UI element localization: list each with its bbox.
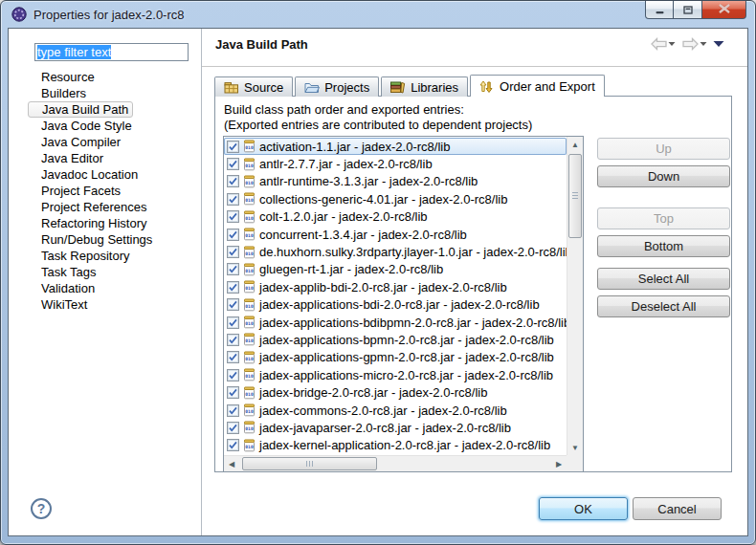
- svg-text:010: 010: [245, 374, 254, 379]
- sidebar-item-task-tags[interactable]: Task Tags: [28, 264, 198, 280]
- entry-row[interactable]: 010jadex-kernel-application-2.0-rc8.jar …: [224, 437, 567, 454]
- svg-text:010: 010: [245, 233, 254, 238]
- forward-icon[interactable]: [681, 37, 700, 51]
- entry-checkbox[interactable]: [227, 316, 239, 329]
- header-divider: [202, 66, 747, 67]
- scroll-right-icon[interactable]: ▶: [551, 456, 567, 471]
- maximize-button[interactable]: [674, 1, 702, 19]
- close-button[interactable]: [702, 1, 746, 19]
- entry-checkbox[interactable]: [227, 158, 239, 170]
- scroll-left-icon[interactable]: ◀: [224, 456, 239, 471]
- sidebar-item-java-editor[interactable]: Java Editor: [28, 150, 198, 166]
- sidebar-item-project-references[interactable]: Project References: [28, 199, 198, 215]
- view-menu-icon[interactable]: [713, 40, 724, 48]
- down-button[interactable]: Down: [597, 165, 730, 187]
- entry-checkbox[interactable]: [227, 246, 239, 258]
- entry-row[interactable]: 010jadex-applications-bpmn-2.0-rc8.jar -…: [224, 331, 567, 348]
- entry-row[interactable]: 010colt-1.2.0.jar - jadex-2.0-rc8/lib: [224, 208, 567, 226]
- entry-checkbox[interactable]: [227, 175, 239, 187]
- deselect-all-button[interactable]: Deselect All: [597, 295, 730, 317]
- entry-checkbox[interactable]: [227, 422, 239, 434]
- vertical-scrollbar[interactable]: ▲ ▼: [567, 137, 583, 455]
- bottom-button[interactable]: Bottom: [597, 235, 730, 257]
- svg-text:010: 010: [245, 251, 254, 256]
- entry-row[interactable]: 010jadex-applib-bdi-2.0-rc8.jar - jadex-…: [224, 278, 567, 295]
- jar-icon: 010: [243, 333, 256, 346]
- entry-row[interactable]: 010gluegen-rt-1.jar - jadex-2.0-rc8/lib: [224, 261, 567, 278]
- entry-checkbox[interactable]: [227, 334, 239, 346]
- entry-row[interactable]: 010antlr-runtime-3.1.3.jar - jadex-2.0-r…: [224, 173, 567, 190]
- entry-checkbox[interactable]: [227, 404, 239, 417]
- sidebar-item-refactoring-history[interactable]: Refactoring History: [28, 215, 198, 231]
- tab-projects[interactable]: Projects: [295, 76, 379, 97]
- entry-checkbox[interactable]: [227, 229, 239, 241]
- title-bar[interactable]: Properties for jadex-2.0-rc8: [1, 1, 755, 28]
- back-history-icon[interactable]: [668, 41, 676, 47]
- entry-checkbox[interactable]: [227, 386, 239, 399]
- entry-checkbox[interactable]: [227, 281, 239, 294]
- sidebar-item-run-debug-settings[interactable]: Run/Debug Settings: [28, 231, 198, 248]
- forward-history-icon[interactable]: [700, 41, 707, 47]
- entry-checkbox[interactable]: [227, 210, 239, 223]
- entry-row[interactable]: 010jadex-applications-micro-2.0-rc8.jar …: [224, 366, 567, 383]
- select-all-button[interactable]: Select All: [597, 268, 730, 290]
- entry-row[interactable]: 010de.huxhorn.sulky.3rdparty.jlayer-1.0.…: [224, 243, 567, 260]
- ok-button[interactable]: OK: [539, 497, 628, 520]
- order-buttons: UpDownTopBottomSelect AllDeselect All: [597, 138, 730, 323]
- entry-checkbox[interactable]: [227, 193, 239, 206]
- entry-row[interactable]: 010collections-generic-4.01.jar - jadex-…: [224, 190, 567, 207]
- cancel-button[interactable]: Cancel: [633, 497, 722, 520]
- entry-checkbox[interactable]: [227, 439, 239, 451]
- scroll-down-icon[interactable]: ▼: [567, 440, 583, 455]
- sidebar-item-wikitext[interactable]: WikiText: [28, 296, 198, 313]
- horizontal-scroll-thumb[interactable]: [242, 457, 377, 470]
- horizontal-scrollbar[interactable]: ◀ ▶: [224, 455, 567, 471]
- tab-libraries[interactable]: Libraries: [381, 76, 468, 97]
- entry-row[interactable]: 010jadex-javaparser-2.0-rc8.jar - jadex-…: [224, 419, 567, 436]
- entry-row[interactable]: 010concurrent-1.3.4.jar - jadex-2.0-rc8/…: [224, 226, 567, 243]
- entry-checkbox[interactable]: [227, 298, 239, 311]
- entry-checkbox[interactable]: [227, 369, 239, 382]
- sidebar-item-project-facets[interactable]: Project Facets: [28, 183, 198, 199]
- jar-icon: 010: [243, 228, 256, 241]
- tab-source[interactable]: Source: [214, 76, 293, 97]
- vertical-scroll-thumb[interactable]: [568, 154, 582, 238]
- minimize-button[interactable]: [645, 1, 674, 19]
- sidebar-item-java-code-style[interactable]: Java Code Style: [28, 118, 198, 134]
- sidebar-item-resource[interactable]: Resource: [28, 69, 198, 85]
- sidebar-item-builders[interactable]: Builders: [28, 85, 198, 101]
- entry-label: jadex-applications-bpmn-2.0-rc8.jar - ja…: [259, 333, 554, 347]
- entry-row[interactable]: 010antlr-2.7.7.jar - jadex-2.0-rc8/lib: [224, 155, 567, 172]
- minimize-icon: [656, 1, 664, 18]
- entry-row[interactable]: 010jadex-applications-bdi-2.0-rc8.jar - …: [224, 296, 567, 314]
- sidebar-item-java-build-path[interactable]: Java Build Path: [28, 101, 133, 118]
- sidebar-item-java-compiler[interactable]: Java Compiler: [28, 134, 198, 150]
- jar-icon: 010: [243, 210, 256, 224]
- entry-row[interactable]: 010activation-1.1.jar - jadex-2.0-rc8/li…: [224, 138, 567, 155]
- filter-input-value: type filter text: [37, 45, 111, 59]
- filter-input[interactable]: type filter text: [34, 43, 189, 61]
- tab-order-and-export[interactable]: Order and Export: [470, 75, 605, 97]
- svg-text:010: 010: [245, 304, 254, 309]
- sidebar-item-javadoc-location[interactable]: Javadoc Location: [28, 166, 198, 183]
- sidebar-item-task-repository[interactable]: Task Repository: [28, 248, 198, 264]
- entry-row[interactable]: 010jadex-bridge-2.0-rc8.jar - jadex-2.0-…: [224, 383, 567, 401]
- entry-label: antlr-2.7.7.jar - jadex-2.0-rc8/lib: [259, 157, 433, 171]
- entry-checkbox[interactable]: [227, 263, 239, 275]
- entry-row[interactable]: 010jadex-applications-bdibpmn-2.0-rc8.ja…: [224, 314, 567, 331]
- sidebar-item-validation[interactable]: Validation: [28, 280, 198, 296]
- package-icon: [224, 81, 239, 94]
- entry-label: activation-1.1.jar - jadex-2.0-rc8/lib: [259, 140, 450, 154]
- entry-checkbox[interactable]: [227, 141, 239, 153]
- entry-row[interactable]: 010jadex-applications-gpmn-2.0-rc8.jar -…: [224, 349, 567, 366]
- back-icon[interactable]: [650, 37, 668, 51]
- books-icon: [390, 81, 406, 94]
- svg-text:010: 010: [245, 409, 254, 414]
- jar-icon: 010: [243, 439, 256, 452]
- svg-text:010: 010: [245, 392, 254, 397]
- help-button[interactable]: ?: [31, 498, 52, 519]
- order-and-export-panel: Build class path order and exported entr…: [214, 96, 732, 472]
- entry-row[interactable]: 010jadex-commons-2.0-rc8.jar - jadex-2.0…: [224, 402, 567, 419]
- entry-checkbox[interactable]: [227, 351, 239, 363]
- scroll-up-icon[interactable]: ▲: [567, 137, 583, 152]
